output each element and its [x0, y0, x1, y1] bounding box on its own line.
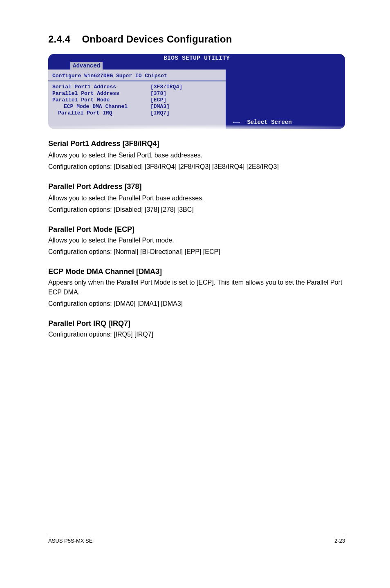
- para-ecp-mode-dma-options: Configuration options: [DMA0] [DMA1] [DM…: [48, 299, 345, 309]
- bios-select-screen: ←→Select Screen: [233, 119, 292, 126]
- heading-serial-port1-address: Serial Port1 Address [3F8/IRQ4]: [48, 139, 345, 148]
- heading-parallel-port-irq: Parallel Port IRQ [IRQ7]: [48, 319, 345, 328]
- para-serial-port1-options: Configuration options: [Disabled] [3F8/I…: [48, 162, 345, 172]
- select-screen-label: Select Screen: [247, 119, 291, 126]
- bios-row-parallel-port-irq: Parallel Port IRQ [IRQ7]: [52, 110, 222, 117]
- bios-row-ecp-dma-channel: ECP Mode DMA Channel [DMA3]: [52, 103, 222, 110]
- page-footer: ASUS P5S-MX SE 2-23: [48, 535, 345, 544]
- bios-panel-title: Configure Win627DHG Super IO Chipset: [48, 72, 226, 81]
- heading-parallel-port-address: Parallel Port Address [378]: [48, 182, 345, 191]
- bios-label: Parallel Port Address: [52, 90, 150, 97]
- para-parallel-port-mode-options: Configuration options: [Normal] [Bi-Dire…: [48, 247, 345, 257]
- para-parallel-port-irq-options: Configuration options: [IRQ5] [IRQ7]: [48, 330, 345, 339]
- bios-value: [378]: [150, 90, 222, 97]
- bios-right-panel: ←→Select Screen: [226, 70, 345, 129]
- document-page: 2.4.4Onboard Devices Configuration BIOS …: [0, 0, 390, 556]
- bios-tab-advanced: Advanced: [70, 62, 103, 70]
- footer-product: ASUS P5S-MX SE: [48, 538, 92, 544]
- heading-ecp-mode-dma: ECP Mode DMA Channel [DMA3]: [48, 267, 345, 276]
- para-parallel-port-address-options: Configuration options: [Disabled] [378] …: [48, 205, 345, 215]
- section-title: 2.4.4Onboard Devices Configuration: [48, 34, 345, 45]
- bios-header: BIOS SETUP UTILITY Advanced: [48, 54, 345, 70]
- para-serial-port1-desc: Allows you to select the Serial Port1 ba…: [48, 150, 345, 160]
- bios-screenshot: BIOS SETUP UTILITY Advanced Configure Wi…: [48, 54, 345, 129]
- bios-row-parallel-port-address: Parallel Port Address [378]: [52, 90, 222, 97]
- para-ecp-mode-dma-desc: Appears only when the Parallel Port Mode…: [48, 278, 345, 297]
- left-right-arrow-icon: ←→: [233, 119, 240, 126]
- bios-label: ECP Mode DMA Channel: [52, 103, 150, 110]
- bios-utility-title: BIOS SETUP UTILITY: [164, 55, 230, 62]
- footer-page-number: 2-23: [334, 538, 345, 544]
- para-parallel-port-address-desc: Allows you to select the Parallel Port b…: [48, 193, 345, 203]
- bios-value: [ECP]: [150, 97, 222, 103]
- bios-value: [DMA3]: [150, 103, 222, 110]
- section-title-text: Onboard Devices Configuration: [82, 34, 232, 45]
- bios-row-parallel-port-mode: Parallel Port Mode [ECP]: [52, 97, 222, 103]
- bios-body: Configure Win627DHG Super IO Chipset Ser…: [48, 70, 345, 129]
- para-parallel-port-mode-desc: Allows you to select the Parallel Port m…: [48, 236, 345, 245]
- bios-label: Parallel Port Mode: [52, 97, 150, 103]
- bios-value: [IRQ7]: [150, 110, 222, 117]
- bios-label: Parallel Port IRQ: [52, 110, 150, 117]
- bios-row-serial-port1: Serial Port1 Address [3F8/IRQ4]: [52, 84, 222, 90]
- bios-value: [3F8/IRQ4]: [150, 84, 222, 90]
- section-number: 2.4.4: [48, 34, 70, 45]
- bios-settings-list: Serial Port1 Address [3F8/IRQ4] Parallel…: [48, 81, 226, 117]
- heading-parallel-port-mode: Parallel Port Mode [ECP]: [48, 225, 345, 234]
- bios-left-panel: Configure Win627DHG Super IO Chipset Ser…: [48, 70, 226, 129]
- bios-label: Serial Port1 Address: [52, 84, 150, 90]
